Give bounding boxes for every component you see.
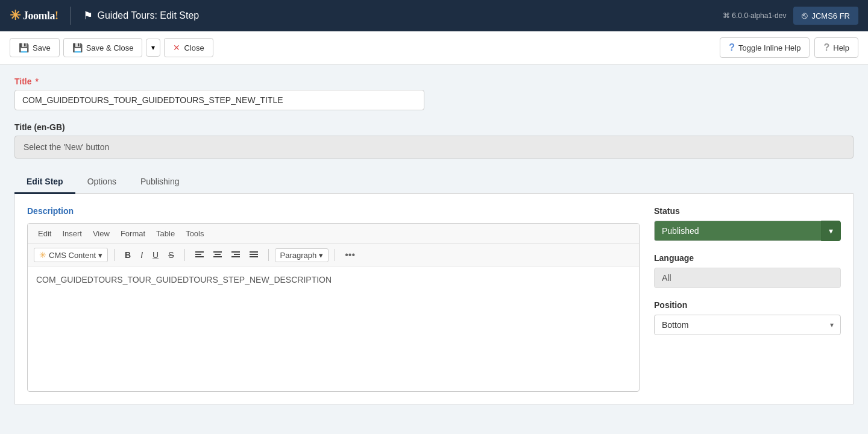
right-panel: Status PublishedUnpublishedArchivedTrash… [654, 206, 841, 392]
page-title: Guided Tours: Edit Step [98, 10, 200, 21]
menu-tools[interactable]: Tools [181, 227, 208, 240]
editor-separator-3 [268, 249, 269, 261]
svg-rect-5 [215, 254, 221, 255]
help-label: Help [833, 43, 849, 52]
logo: ✳ Joomla! [10, 8, 58, 24]
italic-button[interactable]: I [136, 248, 147, 262]
position-label: Position [654, 300, 841, 310]
editor-toolbar: ✳ CMS Content ▾ B I U S [28, 244, 639, 266]
status-label: Status [654, 206, 841, 216]
underline-button[interactable]: U [148, 248, 163, 262]
user-icon: ⎋ [802, 10, 808, 21]
editor-separator-1 [114, 249, 115, 261]
svg-rect-9 [234, 254, 240, 255]
help-circle-icon: ? [729, 42, 735, 53]
more-button[interactable]: ••• [341, 248, 359, 262]
user-button-label: JCMS6 FR [811, 11, 850, 20]
title-en-gb-value: Select the 'New' button [14, 136, 854, 159]
toolbar-right: ? Toggle Inline Help ? Help [720, 37, 858, 58]
editor-separator-4 [335, 249, 335, 261]
align-left-button[interactable] [191, 250, 208, 260]
tab-publishing[interactable]: Publishing [128, 171, 192, 194]
toolbar: 💾 Save 💾 Save & Close ▾ ✕ Close ? Toggle… [0, 31, 868, 64]
editor-body[interactable]: COM_GUIDEDTOURS_TOUR_GUIDEDTOURS_STEP_NE… [28, 266, 639, 387]
align-right-icon [231, 251, 240, 259]
svg-rect-4 [213, 251, 222, 253]
svg-rect-13 [250, 254, 258, 255]
svg-rect-6 [213, 256, 222, 257]
paragraph-select[interactable]: Paragraph ▾ [275, 248, 329, 262]
save-icon: 💾 [19, 43, 29, 52]
align-center-icon [213, 251, 222, 259]
header-left: ✳ Joomla! ⚑ Guided Tours: Edit Step [10, 7, 199, 25]
help-button[interactable]: ? Help [814, 37, 858, 58]
svg-rect-8 [231, 251, 240, 253]
align-right-button[interactable] [227, 250, 244, 260]
close-label: Close [184, 43, 204, 52]
cms-content-label: CMS Content [49, 251, 96, 260]
menu-format[interactable]: Format [116, 227, 149, 240]
svg-rect-12 [250, 251, 258, 253]
logo-text: Joomla! [23, 10, 58, 22]
tab-edit-step[interactable]: Edit Step [14, 171, 75, 194]
tab-options[interactable]: Options [75, 171, 128, 194]
position-select-wrapper: BottomTopLeftRightCenter ▾ [654, 315, 841, 335]
title-en-gb-field-group: Title (en-GB) Select the 'New' button [14, 122, 854, 159]
toggle-help-label: Toggle Inline Help [738, 43, 800, 52]
svg-rect-1 [195, 254, 201, 255]
svg-rect-0 [195, 251, 204, 253]
position-field: Position BottomTopLeftRightCenter ▾ [654, 300, 841, 335]
paragraph-arrow: ▾ [319, 251, 323, 260]
format-buttons: B I U S [121, 248, 178, 262]
save-dropdown-button[interactable]: ▾ [146, 39, 160, 57]
title-en-gb-label: Title (en-GB) [14, 122, 854, 132]
align-justify-button[interactable] [245, 250, 262, 260]
bold-button[interactable]: B [121, 248, 135, 262]
save-close-button[interactable]: 💾 Save & Close [63, 38, 143, 57]
main-content: Title * Title (en-GB) Select the 'New' b… [0, 64, 868, 417]
tab-bar: Edit Step Options Publishing [14, 171, 854, 194]
header-title: ⚑ Guided Tours: Edit Step [83, 9, 200, 22]
language-label: Language [654, 253, 841, 263]
tab-content: Description Edit Insert View Format Tabl… [14, 194, 854, 404]
menu-view[interactable]: View [89, 227, 114, 240]
menu-table[interactable]: Table [152, 227, 179, 240]
status-dropdown-button[interactable]: ▾ [821, 221, 841, 241]
guided-tours-icon: ⚑ [83, 9, 93, 22]
cms-content-button[interactable]: ✳ CMS Content ▾ [34, 248, 108, 262]
editor-menubar: Edit Insert View Format Table Tools [28, 224, 639, 244]
cms-content-arrow: ▾ [98, 251, 102, 260]
align-left-icon [195, 251, 204, 259]
menu-insert[interactable]: Insert [58, 227, 86, 240]
status-select-wrapper: PublishedUnpublishedArchivedTrashed ▾ [654, 221, 841, 241]
align-center-button[interactable] [209, 250, 226, 260]
strikethrough-button[interactable]: S [164, 248, 178, 262]
save-close-icon: 💾 [72, 43, 83, 52]
close-button[interactable]: ✕ Close [164, 38, 213, 57]
save-label: Save [33, 43, 51, 52]
header-divider [71, 7, 71, 25]
toggle-help-button[interactable]: ? Toggle Inline Help [720, 37, 810, 58]
help-question-icon: ? [823, 42, 829, 53]
title-input[interactable] [14, 90, 424, 110]
user-button[interactable]: ⎋ JCMS6 FR [793, 7, 858, 25]
menu-edit[interactable]: Edit [34, 227, 55, 240]
title-label: Title * [14, 77, 854, 86]
svg-rect-10 [231, 256, 240, 257]
description-label: Description [27, 206, 640, 216]
svg-rect-14 [250, 256, 258, 257]
position-select[interactable]: BottomTopLeftRightCenter [654, 315, 841, 335]
header-right: ⌘ 6.0.0-alpha1-dev ⎋ JCMS6 FR [723, 7, 858, 25]
editor-separator-2 [184, 249, 185, 261]
toolbar-left: 💾 Save 💾 Save & Close ▾ ✕ Close [10, 38, 213, 57]
status-select[interactable]: PublishedUnpublishedArchivedTrashed [654, 221, 821, 241]
svg-rect-2 [195, 256, 204, 257]
logo-icon: ✳ [10, 8, 20, 24]
version-badge: ⌘ 6.0.0-alpha1-dev [723, 11, 786, 20]
app-header: ✳ Joomla! ⚑ Guided Tours: Edit Step ⌘ 6.… [0, 0, 868, 31]
save-button[interactable]: 💾 Save [10, 38, 60, 57]
cms-star-icon: ✳ [39, 250, 46, 260]
title-field-group: Title * [14, 77, 854, 110]
align-justify-icon [250, 251, 258, 259]
required-indicator: * [35, 77, 38, 86]
